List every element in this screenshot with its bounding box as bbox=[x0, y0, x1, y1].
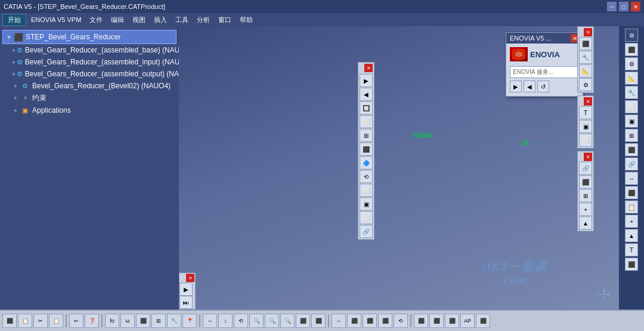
tree-item[interactable]: + ⚙ Bevel_Gears_Reducer_(assembled_outpu… bbox=[2, 68, 177, 80]
rt3-btn1[interactable]: 🔗 bbox=[579, 162, 592, 175]
bt-btn-8[interactable]: ω bbox=[120, 314, 135, 328]
bt-btn-27[interactable]: ⬛ bbox=[429, 314, 444, 328]
menu-start[interactable]: 开始 bbox=[2, 14, 26, 26]
toolbar-btn-view9[interactable]: ⬜ bbox=[360, 184, 373, 197]
menu-file[interactable]: 文件 bbox=[86, 14, 106, 26]
rt1-btn1[interactable]: ⬛ bbox=[579, 37, 592, 50]
toolbar-btn-view12[interactable]: 🔗 bbox=[360, 225, 373, 238]
rmain-btn14[interactable]: ▲ bbox=[625, 229, 638, 242]
rmain-btn4[interactable]: 🔧 bbox=[625, 86, 638, 99]
viewport-canvas[interactable]: ←92.860→ ←10_→ ✕ ▶ ◀ 🔲 ⬜ ⊞ ⬛ 🔷 ⟲ ⬜ ▣ ⬜ 🔗 bbox=[179, 26, 619, 310]
bt-btn-20[interactable]: ⬛ bbox=[311, 314, 326, 328]
rt3-btn4[interactable]: ⚬ bbox=[579, 203, 592, 216]
tree-item[interactable]: + ⚙ Bevel_Gears_Reducer_(assembled_base)… bbox=[2, 44, 177, 56]
bt-btn-5[interactable]: ↩ bbox=[69, 314, 83, 328]
rmain-btn5[interactable]: ⬜ bbox=[625, 100, 638, 113]
menu-window[interactable]: 窗口 bbox=[215, 14, 235, 26]
rmain-btn12[interactable]: 📋 bbox=[625, 200, 638, 214]
bt-btn-7[interactable]: fo bbox=[105, 314, 119, 328]
tree-applications[interactable]: + ▣ Applications bbox=[2, 104, 177, 116]
maximize-button[interactable]: □ bbox=[619, 2, 628, 11]
bt-btn-2[interactable]: 📋 bbox=[18, 314, 32, 328]
bt-btn-6[interactable]: ❓ bbox=[85, 314, 99, 328]
left-toolbar-close[interactable]: ✕ bbox=[364, 64, 373, 72]
rmain-btn13[interactable]: ⚬ bbox=[625, 215, 638, 228]
bt-btn-26[interactable]: ⬛ bbox=[414, 314, 428, 328]
rtoolbar1-close[interactable]: ✕ bbox=[584, 28, 592, 36]
rmain-btn7[interactable]: ⊞ bbox=[625, 129, 638, 142]
menu-help[interactable]: 帮助 bbox=[236, 14, 256, 26]
blpanel-btn2[interactable]: ⏭ bbox=[179, 296, 193, 309]
rmain-gear-icon[interactable]: ⚙ bbox=[625, 29, 638, 42]
rmain-btn9[interactable]: 🔗 bbox=[625, 157, 638, 171]
toolbar-btn-view10[interactable]: ▣ bbox=[360, 197, 373, 211]
tree-item[interactable]: + ⚙ Bevel_Gears_Reducer_(Bevel02) (NAUO4… bbox=[2, 80, 177, 92]
bt-btn-11[interactable]: 🔧 bbox=[167, 314, 181, 328]
toolbar-btn-view8[interactable]: ⟲ bbox=[360, 170, 373, 183]
rmain-btn10[interactable]: ↔ bbox=[625, 172, 638, 185]
rt1-btn2[interactable]: 🔧 bbox=[579, 51, 592, 64]
rt1-btn4[interactable]: ⚙ bbox=[579, 78, 592, 91]
tree-item[interactable]: + ⚙ Bevel_Gears_Reducer_(assembled_input… bbox=[2, 56, 177, 68]
bt-btn-3[interactable]: ✂ bbox=[33, 314, 48, 328]
rt3-btn5[interactable]: ▲ bbox=[579, 216, 592, 230]
rmain-btn15[interactable]: T bbox=[625, 243, 638, 256]
rtoolbar3-close[interactable]: ✕ bbox=[584, 153, 592, 161]
bt-btn-22[interactable]: ⬛ bbox=[347, 314, 361, 328]
bt-btn-30[interactable]: ⬛ bbox=[476, 314, 490, 328]
menu-edit[interactable]: 编辑 bbox=[107, 14, 128, 26]
tree-root[interactable]: ▼ ⬛ STEP_Bevel_Gears_Reducer bbox=[2, 30, 177, 44]
rmain-btn2[interactable]: ⚙ bbox=[625, 57, 638, 70]
blpanel-btn1[interactable]: ▶ bbox=[179, 283, 193, 296]
bt-btn-4[interactable]: 📋 bbox=[49, 314, 63, 328]
bt-btn-24[interactable]: ⬛ bbox=[378, 314, 392, 328]
bt-btn-28[interactable]: ⬛ bbox=[445, 314, 459, 328]
rmain-btn6[interactable]: ▣ bbox=[625, 115, 638, 128]
toolbar-btn-view4[interactable]: ⬜ bbox=[360, 115, 373, 128]
rmain-btn11[interactable]: ⬛ bbox=[625, 186, 638, 199]
bt-btn-17[interactable]: 🔍 bbox=[265, 314, 279, 328]
enovia-btn-3[interactable]: ↺ bbox=[537, 81, 549, 92]
rmain-btn16[interactable]: ⬛ bbox=[625, 258, 638, 271]
rt3-btn3[interactable]: ⊞ bbox=[579, 189, 592, 202]
rmain-btn3[interactable]: 📐 bbox=[625, 72, 638, 85]
enovia-server-field[interactable]: ENOVIA 服务... bbox=[510, 66, 579, 78]
rt2-btn2[interactable]: ▣ bbox=[579, 120, 592, 133]
bt-btn-21[interactable]: ↔ bbox=[332, 314, 346, 328]
menu-enovia[interactable]: ENOVIA V5 VPM bbox=[27, 15, 85, 24]
close-button[interactable]: ✕ bbox=[631, 2, 640, 11]
enovia-btn-2[interactable]: ◀ bbox=[524, 81, 535, 92]
toolbar-btn-view11[interactable]: ⬜ bbox=[360, 211, 373, 224]
menu-analyze[interactable]: 分析 bbox=[193, 14, 213, 26]
rtoolbar2-close[interactable]: ✕ bbox=[584, 97, 592, 106]
rmain-btn8[interactable]: ⬛ bbox=[625, 143, 638, 156]
rmain-btn1[interactable]: ⬛ bbox=[625, 43, 638, 56]
toolbar-btn-view6[interactable]: ⬛ bbox=[360, 143, 373, 156]
rt3-btn2[interactable]: ⬛ bbox=[579, 175, 592, 188]
bt-btn-23[interactable]: ⬛ bbox=[363, 314, 377, 328]
menu-view[interactable]: 视图 bbox=[129, 14, 149, 26]
bt-btn-15[interactable]: ⟲ bbox=[234, 314, 248, 328]
menu-insert[interactable]: 插入 bbox=[150, 14, 171, 26]
menu-tools[interactable]: 工具 bbox=[172, 14, 192, 26]
toolbar-btn-view1[interactable]: ▶ bbox=[360, 74, 373, 87]
enovia-btn-1[interactable]: ▶ bbox=[510, 81, 522, 92]
bt-btn-16[interactable]: 🔍 bbox=[249, 314, 264, 328]
bt-btn-18[interactable]: 🔍 bbox=[280, 314, 295, 328]
rt2-btn3[interactable]: ⬜ bbox=[579, 134, 592, 147]
bt-btn-29[interactable]: AP bbox=[460, 314, 475, 328]
bt-btn-25[interactable]: ⟲ bbox=[394, 314, 408, 328]
blpanel-close[interactable]: ✕ bbox=[186, 274, 194, 282]
toolbar-btn-view5[interactable]: ⊞ bbox=[360, 129, 373, 142]
tree-constraint[interactable]: + ⚬ 约束 bbox=[2, 92, 177, 104]
rt1-btn3[interactable]: 📐 bbox=[579, 64, 592, 78]
bt-btn-13[interactable]: ↔ bbox=[203, 314, 217, 328]
minimize-button[interactable]: ─ bbox=[607, 2, 617, 11]
bt-btn-14[interactable]: ↕ bbox=[218, 314, 233, 328]
bt-btn-1[interactable]: ⬛ bbox=[2, 314, 17, 328]
toolbar-btn-view2[interactable]: ◀ bbox=[360, 88, 373, 101]
toolbar-btn-view3[interactable]: 🔲 bbox=[360, 101, 373, 115]
bt-btn-12[interactable]: 📍 bbox=[182, 314, 197, 328]
bt-btn-10[interactable]: ⊞ bbox=[151, 314, 166, 328]
toolbar-btn-view7[interactable]: 🔷 bbox=[360, 156, 373, 169]
